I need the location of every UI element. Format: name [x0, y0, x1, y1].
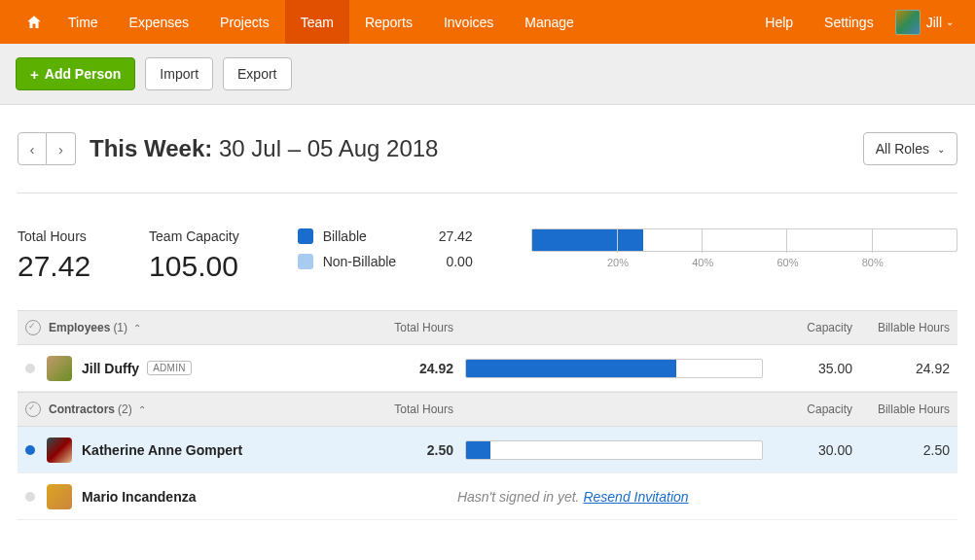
- person-avatar: [47, 484, 72, 509]
- prev-week-button[interactable]: ‹: [18, 132, 47, 165]
- billable-value: 27.42: [429, 228, 473, 244]
- not-signed-in: Hasn't signed in yet. Resend Invitation: [196, 489, 950, 505]
- legend: Billable 27.42 Non-Billable 0.00: [298, 228, 473, 269]
- next-week-button[interactable]: ›: [47, 132, 76, 165]
- tick-label: 80%: [862, 257, 884, 268]
- person-row[interactable]: Mario Incandenza Hasn't signed in yet. R…: [18, 473, 957, 520]
- person-avatar: [47, 356, 72, 381]
- row-billable: 24.92: [852, 361, 950, 376]
- col-capacity: Capacity: [775, 321, 852, 334]
- col-billable: Billable Hours: [852, 321, 950, 334]
- row-total: 2.50: [356, 442, 453, 458]
- row-total: 24.92: [356, 361, 453, 376]
- nav-manage[interactable]: Manage: [509, 0, 590, 44]
- capacity-label: Team Capacity: [149, 228, 239, 244]
- row-bar: [465, 440, 763, 460]
- toolbar: + Add Person Import Export: [0, 44, 975, 105]
- nav-reports[interactable]: Reports: [349, 0, 428, 44]
- chevron-down-icon: ⌄: [946, 17, 954, 27]
- nav-time[interactable]: Time: [53, 0, 114, 44]
- total-hours-value: 27.42: [18, 250, 90, 283]
- week-nav: ‹ ›: [18, 132, 76, 165]
- status-dot: [25, 445, 35, 455]
- person-name: Jill Duffy: [82, 361, 139, 376]
- add-person-button[interactable]: + Add Person: [16, 57, 135, 90]
- chevron-down-icon: ⌄: [937, 144, 945, 155]
- row-billable: 2.50: [852, 442, 950, 458]
- tick-label: 20%: [607, 257, 629, 268]
- person-avatar: [47, 438, 72, 463]
- nonbillable-value: 0.00: [429, 254, 473, 269]
- group-name: Employees: [49, 321, 110, 334]
- nav-projects[interactable]: Projects: [204, 0, 285, 44]
- person-row[interactable]: Katherine Anne Gompert 2.50 30.00 2.50: [18, 427, 957, 473]
- chart-billable-fill: [532, 229, 643, 251]
- group-count: (1): [113, 321, 127, 334]
- collapse-caret-icon[interactable]: ⌃: [133, 323, 141, 333]
- nav-team[interactable]: Team: [285, 0, 349, 44]
- status-dot: [25, 364, 35, 373]
- billable-swatch: [298, 228, 313, 244]
- summary: Total Hours 27.42 Team Capacity 105.00 B…: [18, 193, 957, 310]
- plus-icon: +: [30, 66, 39, 83]
- group-count: (2): [118, 402, 132, 416]
- col-billable: Billable Hours: [852, 402, 950, 416]
- not-signed-text: Hasn't signed in yet.: [457, 489, 580, 505]
- group-header-contractors: Contractors (2) ⌃ Total Hours Capacity B…: [18, 392, 957, 427]
- col-total: Total Hours: [356, 402, 453, 416]
- user-name: Jill: [926, 15, 942, 30]
- roles-label: All Roles: [876, 141, 929, 157]
- user-avatar: [895, 10, 921, 35]
- top-nav: Time Expenses Projects Team Reports Invo…: [0, 0, 975, 44]
- collapse-caret-icon[interactable]: ⌃: [138, 404, 146, 415]
- week-header: ‹ › This Week: 30 Jul – 05 Aug 2018 All …: [18, 132, 957, 193]
- add-person-label: Add Person: [45, 66, 122, 82]
- col-total: Total Hours: [356, 321, 453, 334]
- week-label: This Week:: [90, 135, 212, 161]
- home-icon[interactable]: [16, 0, 53, 44]
- col-capacity: Capacity: [775, 402, 852, 416]
- import-button[interactable]: Import: [145, 57, 213, 90]
- tick-label: 60%: [776, 257, 798, 268]
- row-capacity: 35.00: [775, 361, 852, 376]
- resend-invitation-link[interactable]: Resend Invitation: [583, 489, 688, 505]
- billable-label: Billable: [323, 228, 367, 244]
- utilisation-chart: 20% 40% 60% 80%: [531, 228, 957, 252]
- nav-settings[interactable]: Settings: [809, 0, 889, 44]
- export-button[interactable]: Export: [223, 57, 291, 90]
- total-hours-label: Total Hours: [18, 228, 90, 244]
- person-name: Mario Incandenza: [82, 489, 196, 505]
- capacity-block: Team Capacity 105.00: [149, 228, 239, 283]
- roles-dropdown[interactable]: All Roles ⌄: [863, 132, 957, 165]
- nonbillable-label: Non-Billable: [323, 254, 396, 269]
- nav-invoices[interactable]: Invoices: [428, 0, 509, 44]
- tick-label: 40%: [692, 257, 713, 268]
- total-hours-block: Total Hours 27.42: [18, 228, 90, 283]
- nav-expenses[interactable]: Expenses: [114, 0, 204, 44]
- check-circle-icon: [25, 402, 41, 417]
- group-name: Contractors: [49, 402, 115, 416]
- nav-help[interactable]: Help: [749, 0, 809, 44]
- row-capacity: 30.00: [775, 442, 852, 458]
- capacity-value: 105.00: [149, 250, 239, 283]
- row-bar: [465, 359, 763, 378]
- week-title: This Week: 30 Jul – 05 Aug 2018: [90, 135, 438, 162]
- person-row[interactable]: Jill Duffy ADMIN 24.92 35.00 24.92: [18, 345, 957, 392]
- check-circle-icon: [25, 320, 41, 335]
- status-dot: [25, 492, 35, 502]
- group-header-employees: Employees (1) ⌃ Total Hours Capacity Bil…: [18, 310, 957, 345]
- nonbillable-swatch: [298, 254, 313, 269]
- person-name: Katherine Anne Gompert: [82, 442, 242, 458]
- week-range: 30 Jul – 05 Aug 2018: [219, 135, 439, 161]
- admin-badge: ADMIN: [147, 361, 192, 375]
- user-menu[interactable]: Jill ⌄: [889, 10, 959, 35]
